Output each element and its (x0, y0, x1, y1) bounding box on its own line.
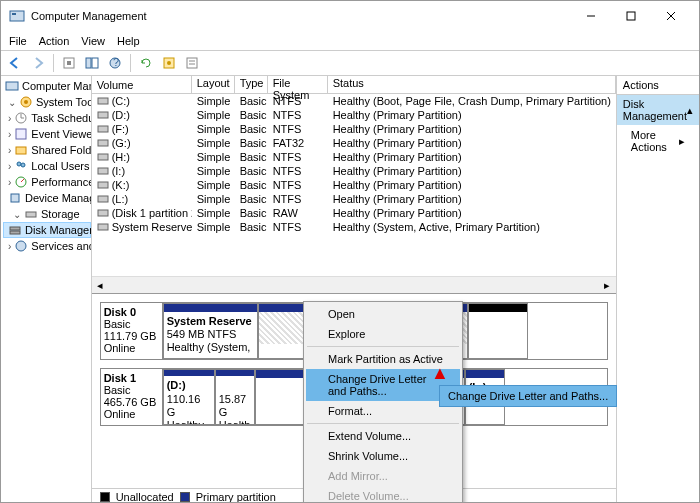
tree-system-tools[interactable]: ⌄System Tools (3, 94, 91, 110)
up-button[interactable] (59, 53, 79, 73)
menu-open[interactable]: Open (306, 304, 460, 324)
actions-disk-management[interactable]: Disk Management ▴ (617, 95, 699, 125)
menu-format[interactable]: Format... (306, 401, 460, 421)
volume-type: Basic (235, 137, 268, 149)
properties-button[interactable] (159, 53, 179, 73)
tree-services-apps[interactable]: ›Services and Applications (3, 238, 91, 254)
tree-storage[interactable]: ⌄Storage (3, 206, 91, 222)
app-icon (9, 8, 25, 24)
volume-list-header: Volume Layout Type File System Status (92, 76, 616, 94)
tree-root[interactable]: Computer Management (Local (3, 78, 91, 94)
actions-more-actions[interactable]: More Actions ▸ (617, 125, 699, 157)
maximize-button[interactable] (611, 2, 651, 30)
svg-text:?: ? (113, 56, 119, 68)
svg-rect-1 (12, 13, 16, 15)
volume-name: (Disk 1 partition 2) (112, 207, 192, 219)
menu-explore[interactable]: Explore (306, 324, 460, 344)
legend-swatch-primary (180, 492, 190, 502)
volume-row[interactable]: (D:)SimpleBasicNTFSHealthy (Primary Part… (92, 108, 616, 122)
volume-icon (97, 123, 109, 135)
disk-info[interactable]: Disk 1Basic465.76 GBOnline (101, 369, 163, 425)
svg-rect-0 (10, 11, 24, 21)
menu-shrink-volume[interactable]: Shrink Volume... (306, 446, 460, 466)
volume-layout: Simple (192, 137, 235, 149)
partition[interactable]: (D:)110.16 GHealthy (163, 369, 215, 425)
volume-layout: Simple (192, 221, 235, 233)
volume-list[interactable]: (C:)SimpleBasicNTFSHealthy (Boot, Page F… (92, 94, 616, 276)
close-button[interactable] (651, 2, 691, 30)
volume-name: (C:) (112, 95, 130, 107)
horizontal-scrollbar[interactable]: ◂ ▸ (92, 276, 616, 293)
svg-rect-32 (10, 231, 20, 234)
menu-help[interactable]: Help (117, 35, 140, 47)
volume-layout: Simple (192, 165, 235, 177)
tree-event-viewer[interactable]: ›Event Viewer (3, 126, 91, 142)
refresh-button[interactable] (136, 53, 156, 73)
svg-point-33 (16, 241, 26, 251)
forward-button[interactable] (28, 53, 48, 73)
partition[interactable] (468, 303, 528, 359)
scroll-left-button[interactable]: ◂ (92, 277, 109, 294)
tree-local-users[interactable]: ›Local Users and Groups (3, 158, 91, 174)
menu-add-mirror[interactable]: Add Mirror... (306, 466, 460, 486)
show-hide-tree-button[interactable] (82, 53, 102, 73)
volume-status: Healthy (Primary Partition) (328, 109, 616, 121)
scroll-right-button[interactable]: ▸ (599, 277, 616, 294)
disk-info[interactable]: Disk 0Basic111.79 GBOnline (101, 303, 163, 359)
back-button[interactable] (5, 53, 25, 73)
tree-device-manager[interactable]: Device Manager (3, 190, 91, 206)
help-button[interactable]: ? (105, 53, 125, 73)
svg-rect-31 (10, 227, 20, 230)
partition-status: Healthy (167, 419, 204, 424)
volume-name: (I:) (112, 165, 125, 177)
disk-name: Disk 0 (104, 306, 159, 318)
partition[interactable]: System Reserve549 MB NTFSHealthy (System… (163, 303, 258, 359)
svg-rect-43 (98, 224, 108, 230)
col-fs[interactable]: File System (268, 76, 328, 94)
svg-rect-3 (627, 12, 635, 20)
disk-name: Disk 1 (104, 372, 159, 384)
settings-button[interactable] (182, 53, 202, 73)
volume-row[interactable]: (F:)SimpleBasicNTFSHealthy (Primary Part… (92, 122, 616, 136)
menu-file[interactable]: File (9, 35, 27, 47)
tree-disk-management[interactable]: Disk Management (3, 222, 91, 238)
menu-action[interactable]: Action (39, 35, 70, 47)
volume-row[interactable]: (H:)SimpleBasicNTFSHealthy (Primary Part… (92, 150, 616, 164)
svg-rect-7 (67, 61, 71, 65)
svg-rect-34 (98, 98, 108, 104)
volume-row[interactable]: (C:)SimpleBasicNTFSHealthy (Boot, Page F… (92, 94, 616, 108)
minimize-button[interactable] (571, 2, 611, 30)
svg-rect-38 (98, 154, 108, 160)
tree-shared-folders[interactable]: ›Shared Folders (3, 142, 91, 158)
col-status[interactable]: Status (328, 76, 616, 94)
partition[interactable]: 15.87 GHealth (215, 369, 255, 425)
volume-row[interactable]: System Reserved (K:)SimpleBasicNTFSHealt… (92, 220, 616, 234)
volume-status: Healthy (Primary Partition) (328, 151, 616, 163)
volume-row[interactable]: (L:)SimpleBasicNTFSHealthy (Primary Part… (92, 192, 616, 206)
svg-point-26 (21, 163, 25, 167)
tree-performance[interactable]: ›Performance (3, 174, 91, 190)
volume-layout: Simple (192, 109, 235, 121)
volume-row[interactable]: (Disk 1 partition 2)SimpleBasicRAWHealth… (92, 206, 616, 220)
col-layout[interactable]: Layout (192, 76, 235, 94)
volume-fs: NTFS (268, 95, 328, 107)
col-volume[interactable]: Volume (92, 76, 192, 94)
tree-task-scheduler[interactable]: ›Task Scheduler (3, 110, 91, 126)
col-type[interactable]: Type (235, 76, 268, 94)
svg-point-25 (17, 162, 21, 166)
window-title: Computer Management (31, 10, 571, 22)
svg-rect-14 (187, 58, 197, 68)
legend-swatch-unallocated (100, 492, 110, 502)
svg-rect-23 (16, 129, 26, 139)
volume-row[interactable]: (I:)SimpleBasicNTFSHealthy (Primary Part… (92, 164, 616, 178)
disk-state: Online (104, 342, 159, 354)
menu-delete-volume[interactable]: Delete Volume... (306, 486, 460, 503)
volume-row[interactable]: (K:)SimpleBasicNTFSHealthy (Primary Part… (92, 178, 616, 192)
volume-layout: Simple (192, 95, 235, 107)
menu-extend-volume[interactable]: Extend Volume... (306, 426, 460, 446)
console-tree[interactable]: Computer Management (Local ⌄System Tools… (1, 76, 92, 503)
volume-row[interactable]: (G:)SimpleBasicFAT32Healthy (Primary Par… (92, 136, 616, 150)
partition-label: (D:) (167, 379, 186, 391)
menu-view[interactable]: View (81, 35, 105, 47)
svg-point-19 (24, 100, 28, 104)
